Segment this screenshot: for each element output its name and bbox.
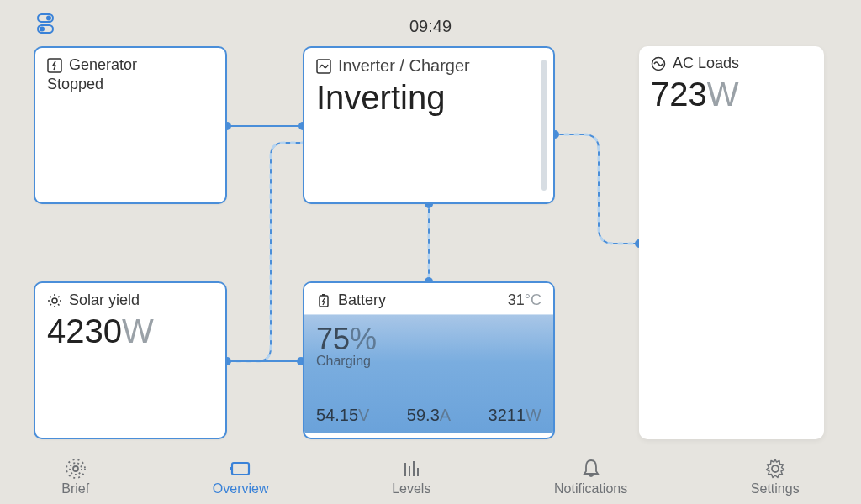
ac-loads-title: AC Loads	[673, 55, 739, 72]
nav-settings[interactable]: Settings	[751, 458, 800, 496]
svg-point-26	[73, 466, 78, 471]
battery-pct: 75%	[316, 322, 541, 357]
svg-point-27	[70, 463, 82, 475]
battery-temp: 31°C	[508, 291, 541, 309]
inverter-icon	[316, 59, 331, 74]
brief-icon	[65, 458, 87, 480]
svg-point-9	[46, 16, 51, 21]
nav-notifications[interactable]: Notifications	[554, 458, 627, 496]
battery-power: 3211W	[489, 406, 541, 425]
solar-value: 4230W	[47, 312, 214, 349]
inverter-card[interactable]: Inverter / Charger Inverting	[303, 46, 555, 204]
generator-card[interactable]: Generator Stopped	[34, 46, 227, 204]
solar-card[interactable]: Solar yield 4230W	[34, 281, 227, 439]
gear-icon	[764, 458, 786, 480]
sun-icon	[47, 293, 62, 308]
svg-point-15	[52, 298, 57, 303]
levels-icon	[400, 458, 422, 480]
generator-icon	[47, 58, 62, 73]
svg-point-35	[772, 465, 779, 472]
nav-brief[interactable]: Brief	[61, 458, 89, 496]
nav-overview[interactable]: Overview	[213, 458, 269, 496]
svg-rect-30	[230, 467, 232, 470]
svg-point-11	[40, 27, 45, 32]
battery-title: Battery	[338, 291, 386, 309]
nav-overview-label: Overview	[213, 481, 269, 496]
ac-loads-card[interactable]: AC Loads 723W	[639, 46, 824, 439]
nav-levels-label: Levels	[392, 481, 430, 496]
ac-loads-value: 723W	[651, 76, 812, 113]
svg-rect-25	[322, 294, 325, 296]
inverter-title: Inverter / Charger	[338, 56, 470, 76]
battery-card[interactable]: Battery 31°C 75% Charging 54.15V 59.3A 3…	[303, 281, 555, 439]
battery-current: 59.3A	[407, 406, 451, 425]
solar-title: Solar yield	[69, 291, 140, 309]
battery-state: Charging	[316, 354, 541, 369]
overview-icon	[230, 458, 251, 480]
nav-notifications-label: Notifications	[554, 481, 627, 496]
nav-levels[interactable]: Levels	[392, 458, 430, 496]
nav-brief-label: Brief	[61, 481, 89, 496]
ac-loads-icon	[651, 56, 666, 71]
svg-line-21	[58, 304, 60, 306]
clock: 09:49	[409, 17, 452, 36]
svg-line-23	[50, 304, 52, 306]
battery-voltage: 54.15V	[316, 406, 369, 425]
controls-toggle-icon[interactable]	[37, 13, 64, 34]
scroll-indicator	[541, 60, 547, 191]
svg-rect-29	[232, 463, 249, 475]
generator-status: Stopped	[47, 76, 214, 93]
svg-line-20	[50, 296, 52, 297]
inverter-status: Inverting	[316, 79, 541, 117]
bell-icon	[580, 458, 602, 480]
svg-line-22	[58, 296, 60, 297]
bottom-nav: Brief Overview Levels Notifications Sett…	[0, 450, 861, 504]
battery-icon	[316, 293, 331, 308]
nav-settings-label: Settings	[751, 481, 800, 496]
battery-fill: 75% Charging 54.15V 59.3A 3211W	[304, 314, 553, 433]
generator-title: Generator	[69, 56, 137, 74]
